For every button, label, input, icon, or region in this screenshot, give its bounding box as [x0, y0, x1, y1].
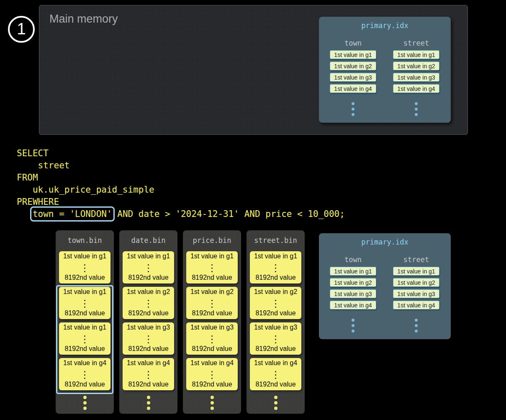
ellipsis-dots-icon [247, 394, 305, 410]
diagram-canvas: 1 Main memory primary.idx town 1st value… [0, 0, 506, 420]
ellipsis-dots-icon [148, 333, 149, 343]
ellipsis-dots-icon [211, 333, 213, 343]
primary-idx-panel-disk: primary.idx town 1st value in g1 1st val… [319, 233, 451, 339]
ellipsis-dots-icon [148, 369, 149, 379]
granule-last-value: 8192nd value [128, 274, 168, 281]
primary-idx-title: primary.idx [319, 17, 451, 30]
idx-column-header: town [344, 255, 362, 264]
bin-file-town: town.bin 1st value in g1 8192nd value 1s… [56, 230, 114, 414]
granule-first-value: 1st value in g1 [127, 253, 170, 260]
ellipsis-dots-icon [415, 316, 418, 332]
idx-entry: 1st value in g1 [393, 267, 439, 276]
granule-first-value: 1st value in g1 [63, 288, 106, 296]
ellipsis-dots-icon [211, 298, 213, 308]
primary-idx-columns: town 1st value in g1 1st value in g2 1st… [319, 30, 451, 116]
ellipsis-dots-icon [352, 100, 354, 116]
ellipsis-dots-icon [415, 100, 418, 116]
idx-entry: 1st value in g3 [393, 73, 439, 82]
bin-file-header: street.bin [247, 230, 305, 250]
granule: 1st value in g1 8192nd value [59, 287, 110, 319]
idx-entry: 1st value in g3 [330, 289, 376, 298]
granule-first-value: 1st value in g2 [190, 288, 234, 296]
granule-last-value: 8192nd value [255, 274, 295, 281]
idx-column-header: street [403, 255, 429, 264]
granule: 1st value in g1 8192nd value [123, 251, 174, 283]
granule-first-value: 1st value in g2 [127, 288, 170, 296]
bin-file-header: date.bin [119, 230, 177, 250]
sql-remaining-predicates: AND date > '2024-12-31' AND price < 10_0… [112, 209, 345, 219]
idx-column-town: town 1st value in g1 1st value in g2 1st… [330, 247, 376, 332]
ellipsis-dots-icon [84, 262, 85, 272]
idx-entry: 1st value in g1 [330, 50, 376, 59]
idx-column-street: street 1st value in g1 1st value in g2 1… [393, 30, 439, 116]
granule: 1st value in g3 8192nd value [250, 322, 301, 355]
idx-entry: 1st value in g4 [393, 301, 439, 309]
ellipsis-dots-icon [352, 316, 354, 332]
sql-prewhere-keyword: PREWHERE [17, 197, 59, 207]
idx-entry: 1st value in g3 [393, 289, 439, 298]
granule-last-value: 8192nd value [64, 274, 105, 281]
granule-first-value: 1st value in g4 [63, 359, 106, 367]
idx-entry: 1st value in g1 [330, 267, 376, 276]
granule-list: 1st value in g1 8192nd value 1st value i… [56, 250, 114, 390]
granule-last-value: 8192nd value [255, 309, 295, 317]
ellipsis-dots-icon [275, 369, 276, 379]
granule-last-value: 8192nd value [64, 345, 105, 353]
granule-last-value: 8192nd value [192, 274, 232, 281]
granule-first-value: 1st value in g4 [254, 359, 297, 367]
granule: 1st value in g2 8192nd value [250, 287, 301, 319]
granule-first-value: 1st value in g3 [127, 324, 170, 331]
sql-from-keyword: FROM [17, 173, 38, 183]
ellipsis-dots-icon [148, 262, 149, 272]
idx-column-street: street 1st value in g1 1st value in g2 1… [393, 247, 439, 332]
granule: 1st value in g4 8192nd value [250, 358, 301, 390]
granule-last-value: 8192nd value [192, 345, 232, 353]
granule-first-value: 1st value in g1 [63, 324, 106, 331]
idx-entry: 1st value in g1 [393, 50, 439, 59]
idx-entry: 1st value in g4 [330, 84, 376, 93]
granule: 1st value in g4 8192nd value [59, 358, 110, 390]
idx-entry: 1st value in g4 [330, 301, 376, 309]
ellipsis-dots-icon [183, 394, 241, 410]
ellipsis-dots-icon [275, 333, 276, 343]
ellipsis-dots-icon [275, 262, 276, 272]
sql-query: SELECT street FROM uk.uk_price_paid_simp… [17, 147, 345, 220]
granule: 1st value in g1 8192nd value [186, 251, 238, 283]
idx-column-header: town [344, 39, 362, 48]
ellipsis-dots-icon [119, 394, 177, 410]
granule: 1st value in g4 8192nd value [186, 358, 238, 390]
granule-first-value: 1st value in g3 [190, 324, 234, 331]
granule-last-value: 8192nd value [64, 309, 105, 317]
primary-idx-columns: town 1st value in g1 1st value in g2 1st… [319, 247, 451, 332]
idx-entry: 1st value in g2 [393, 278, 439, 287]
ellipsis-dots-icon [56, 394, 114, 410]
granule-first-value: 1st value in g4 [190, 359, 234, 367]
granule: 1st value in g1 8192nd value [250, 251, 301, 283]
granule-first-value: 1st value in g1 [190, 253, 234, 260]
granule-last-value: 8192nd value [128, 309, 168, 317]
granule-first-value: 1st value in g4 [127, 359, 170, 367]
prewhere-town-predicate: town = 'LONDON' [33, 209, 112, 219]
granule: 1st value in g3 8192nd value [123, 322, 174, 355]
granule: 1st value in g3 8192nd value [186, 322, 238, 355]
idx-entry: 1st value in g2 [330, 62, 376, 70]
granule-last-value: 8192nd value [192, 309, 232, 317]
granule-first-value: 1st value in g1 [254, 253, 297, 260]
idx-entry: 1st value in g4 [393, 84, 439, 93]
granule: 1st value in g4 8192nd value [123, 358, 174, 390]
granule-last-value: 8192nd value [64, 381, 105, 388]
ellipsis-dots-icon [84, 333, 85, 343]
bin-file-price: price.bin 1st value in g1 8192nd value 1… [183, 230, 241, 414]
bin-file-date: date.bin 1st value in g1 8192nd value 1s… [119, 230, 177, 414]
primary-idx-title: primary.idx [319, 233, 451, 247]
granule-first-value: 1st value in g1 [63, 253, 106, 260]
ellipsis-dots-icon [275, 298, 276, 308]
idx-entry: 1st value in g2 [393, 62, 439, 70]
idx-entry: 1st value in g2 [330, 278, 376, 287]
bin-file-header: price.bin [183, 230, 241, 250]
granule-first-value: 1st value in g2 [254, 288, 297, 296]
ellipsis-dots-icon [211, 369, 213, 379]
granule-last-value: 8192nd value [255, 345, 295, 353]
granule-list: 1st value in g1 8192nd value 1st value i… [183, 250, 241, 390]
bin-file-header: town.bin [56, 230, 114, 250]
